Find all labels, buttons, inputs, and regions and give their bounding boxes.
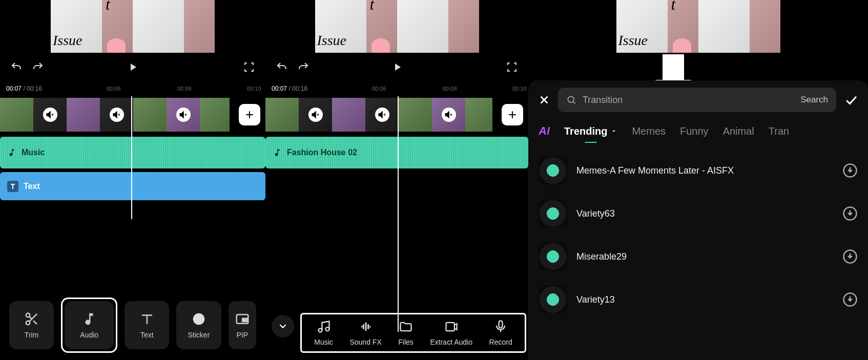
sound-thumbnail	[539, 285, 567, 314]
soundfx-option[interactable]: Sound FX	[349, 320, 381, 346]
search-submit[interactable]: Search	[800, 95, 828, 105]
mute-icon[interactable]	[110, 108, 124, 122]
download-button[interactable]	[842, 206, 858, 221]
undo-button[interactable]	[274, 59, 290, 75]
search-input[interactable]: Transition Search	[558, 88, 836, 112]
submenu-label: Music	[314, 338, 333, 346]
preview-frame-right	[133, 0, 215, 53]
download-button[interactable]	[842, 249, 858, 264]
playback-controls-1	[0, 53, 265, 81]
extract-audio-option[interactable]: Extract Audio	[430, 320, 472, 346]
mute-icon[interactable]	[375, 108, 389, 122]
add-clip-button[interactable]: +	[502, 104, 523, 125]
trim-tool[interactable]: Trim	[9, 301, 54, 349]
submenu-label: Sound FX	[349, 338, 381, 346]
music-icon	[317, 320, 331, 334]
total-time: 00:16	[27, 85, 42, 92]
video-preview-2: t Issue	[265, 0, 528, 53]
ai-badge[interactable]: AI	[539, 124, 550, 138]
ruler-tick: 00:06	[107, 86, 121, 92]
ruler-tick: 00:06	[372, 86, 386, 92]
redo-button[interactable]	[295, 59, 312, 75]
current-time: 00:07	[6, 85, 22, 92]
play-button[interactable]	[389, 59, 405, 75]
category-transition[interactable]: Tran	[769, 125, 789, 137]
pip-tool[interactable]: PIP	[229, 301, 256, 349]
text-icon	[139, 311, 155, 327]
close-button[interactable]	[538, 93, 551, 107]
playhead[interactable]	[398, 96, 399, 332]
svg-rect-7	[446, 323, 454, 331]
play-button[interactable]	[125, 59, 141, 75]
collapse-submenu-button[interactable]	[272, 315, 294, 337]
undo-button[interactable]	[8, 59, 25, 75]
playhead[interactable]	[131, 96, 132, 219]
screen-2-audio-submenu: t Issue 00:07 / 00:16 00:06 00:08 00:10 …	[265, 0, 528, 360]
video-clip-row[interactable]: +	[265, 96, 528, 133]
category-trending[interactable]: Trending	[564, 125, 617, 137]
scissors-icon	[24, 311, 39, 327]
tool-label: Text	[140, 331, 154, 339]
chevron-down-icon	[610, 128, 617, 135]
fullscreen-button[interactable]	[241, 59, 257, 75]
confirm-button[interactable]	[843, 92, 859, 108]
extract-icon	[444, 320, 459, 334]
download-button[interactable]	[842, 163, 858, 178]
ruler-tick: 00:08	[177, 86, 192, 92]
music-note-icon	[273, 148, 282, 157]
submenu-label: Extract Audio	[430, 338, 472, 346]
timeline-ruler-1[interactable]: 00:07 / 00:16 00:06 00:08 00:10	[0, 81, 265, 96]
preview-frame-right	[698, 0, 780, 53]
mute-icon[interactable]	[442, 108, 456, 122]
category-animal[interactable]: Animal	[723, 125, 754, 137]
video-clip-row[interactable]: +	[0, 96, 265, 133]
sound-thumbnail	[539, 156, 567, 185]
sound-result-item[interactable]: Variety13	[536, 278, 860, 321]
timeline-body-2: + Fashion House 02	[265, 96, 528, 276]
preview-caption: Issue	[317, 32, 347, 49]
sound-thumbnail	[539, 242, 567, 271]
sticker-tool[interactable]: Sticker	[176, 301, 221, 349]
submenu-label: Files	[398, 338, 414, 346]
audio-track-label: Music	[22, 148, 45, 157]
fullscreen-button[interactable]	[504, 59, 520, 75]
sound-result-item[interactable]: Miserable29	[536, 235, 860, 278]
category-funny[interactable]: Funny	[680, 125, 709, 137]
audio-track-fashion[interactable]: Fashion House 02	[265, 137, 528, 168]
sound-title: Miserable29	[576, 251, 833, 262]
ruler-tick: 00:08	[443, 86, 457, 92]
add-clip-button[interactable]: +	[239, 104, 260, 125]
music-option[interactable]: Music	[314, 320, 333, 346]
sound-result-item[interactable]: Variety63	[536, 192, 860, 235]
category-memes[interactable]: Memes	[632, 125, 666, 137]
tool-label: PIP	[236, 331, 248, 339]
svg-point-6	[325, 327, 329, 331]
mute-icon[interactable]	[176, 108, 191, 122]
text-track[interactable]: T Text	[0, 172, 265, 200]
redo-button[interactable]	[30, 59, 46, 75]
record-option[interactable]: Record	[489, 320, 512, 346]
sound-result-item[interactable]: Memes-A Few Moments Later - AISFX	[536, 149, 860, 192]
audio-track-label: Fashion House 02	[287, 148, 357, 157]
sound-search-panel: Transition Search AI Trending Memes Funn…	[528, 80, 868, 360]
text-icon: T	[7, 181, 18, 192]
preview-frame-right	[397, 0, 479, 53]
preview-frame-left: t Issue	[315, 0, 397, 53]
music-note-icon	[81, 311, 97, 327]
folder-icon	[399, 320, 413, 334]
mute-icon[interactable]	[308, 108, 323, 122]
mute-icon[interactable]	[43, 108, 57, 122]
svg-point-1	[26, 321, 30, 325]
download-button[interactable]	[842, 292, 858, 307]
search-query: Transition	[583, 95, 794, 105]
video-preview-3: t Issue	[528, 0, 868, 53]
tool-label: Sticker	[188, 331, 210, 339]
audio-tool[interactable]: Audio	[65, 301, 114, 349]
audio-track-music[interactable]: Music	[0, 137, 265, 168]
category-tabs: AI Trending Memes Funny Animal Tran	[528, 119, 868, 143]
preview-caption: Issue	[53, 32, 82, 49]
video-preview-1: t Issue	[0, 0, 265, 53]
timeline-ruler-2[interactable]: 00:07 / 00:16 00:06 00:08 00:10	[265, 81, 528, 96]
text-tool[interactable]: Text	[125, 301, 169, 349]
files-option[interactable]: Files	[398, 320, 414, 346]
